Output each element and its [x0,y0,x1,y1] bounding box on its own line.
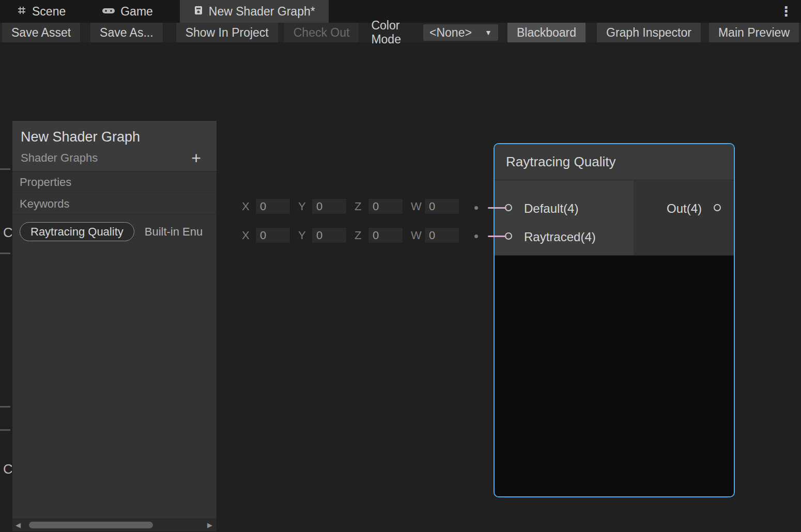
grid-icon [17,5,27,19]
offscreen-node-fragment [0,253,10,254]
edge-to-raytraced-port[interactable] [488,236,506,237]
vector-value-w-input[interactable] [424,227,459,243]
node-title-bar[interactable]: Raytracing Quality [495,144,734,180]
color-mode-value: <None> [429,26,472,40]
blackboard-horizontal-scrollbar[interactable]: ◀ ▶ [12,519,217,531]
tab-game-label: Game [120,5,153,19]
vector-field-x: X [242,198,290,214]
edge-kink-dot [474,206,478,210]
axis-label-w: W [411,229,424,242]
vector-value-z-input[interactable] [368,198,403,214]
blackboard-section-keywords[interactable]: Keywords [12,193,217,215]
vector-field-y: Y [298,227,347,243]
vector-value-y-input[interactable] [312,227,347,243]
blackboard-section-properties[interactable]: Properties [12,171,217,193]
output-port-out-icon[interactable] [714,204,721,211]
save-asset-button[interactable]: Save Asset [2,23,80,42]
save-as-button[interactable]: Save As... [90,23,163,42]
shader-graph-asset-icon [193,5,204,19]
offscreen-node-fragment [0,406,10,408]
axis-label-z: Z [355,229,368,242]
output-port-out-label: Out(4) [667,201,702,216]
color-mode-label: Color Mode [368,23,417,42]
tab-scene[interactable]: Scene [3,0,79,23]
gamepad-icon [102,5,115,19]
kebab-menu-icon[interactable]: ⋮ [771,0,801,23]
blackboard-header[interactable]: New Shader Graph Shader Graphs + [12,121,217,171]
tab-new-shader-graph-label: New Shader Graph* [209,5,315,19]
blackboard-body [12,248,217,519]
vector-value-z-input[interactable] [368,227,403,243]
offscreen-node-label: C [3,225,13,241]
vector4-input-row-default: X Y Z W [242,198,467,214]
color-mode-dropdown[interactable]: <None> ▼ [423,24,498,41]
node-title: Raytracing Quality [506,154,615,170]
blackboard-title: New Shader Graph [21,129,208,145]
keyword-field-row: Raytracing Quality Built-in Enu [12,215,217,248]
scroll-right-icon[interactable]: ▶ [207,521,212,529]
tab-new-shader-graph[interactable]: New Shader Graph* [180,0,329,23]
axis-label-x: X [242,200,255,213]
axis-label-x: X [242,229,255,242]
vector-value-y-input[interactable] [312,198,347,214]
blackboard-panel: New Shader Graph Shader Graphs + Propert… [12,120,217,532]
vector-value-x-input[interactable] [255,227,290,243]
edge-kink-dot [474,234,478,238]
offscreen-node-fragment [0,429,10,431]
axis-label-y: Y [298,200,312,213]
graph-toolbar: Save Asset Save As... Show In Project Ch… [0,23,801,42]
vector-field-w: W [411,198,459,214]
node-raytracing-quality[interactable]: Raytracing Quality Default(4) Raytraced(… [494,143,735,497]
tab-game[interactable]: Game [88,0,166,23]
node-preview-area [495,256,734,496]
edge-to-default-port[interactable] [488,207,506,209]
graph-inspector-toggle-button[interactable]: Graph Inspector [597,23,701,42]
vector-field-y: Y [298,198,347,214]
node-port-section: Default(4) Raytraced(4) Out(4) [495,180,734,256]
vector4-input-row-raytraced: X Y Z W [242,227,467,243]
axis-label-z: Z [355,200,368,213]
vector-field-w: W [411,227,459,243]
chevron-down-icon: ▼ [485,28,492,37]
vector-value-x-input[interactable] [255,198,290,214]
input-port-default-label: Default(4) [524,201,578,216]
blackboard-toggle-button[interactable]: Blackboard [507,23,586,42]
offscreen-node-fragment [0,168,10,170]
tab-scene-label: Scene [32,5,66,19]
main-preview-toggle-button[interactable]: Main Preview [709,23,799,42]
vector-field-z: Z [355,227,403,243]
scrollbar-thumb[interactable] [29,522,153,528]
check-out-button: Check Out [284,23,359,42]
add-property-button[interactable]: + [191,152,208,164]
show-in-project-button[interactable]: Show In Project [176,23,278,42]
offscreen-node-label: C [3,461,13,477]
keyword-type-label: Built-in Enu [145,225,209,239]
keyword-pill-raytracing-quality[interactable]: Raytracing Quality [20,222,134,241]
vector-field-x: X [242,227,290,243]
shader-graph-window: Scene Game New Shader Graph* ⋮ Save Asse… [0,0,801,532]
scroll-left-icon[interactable]: ◀ [16,521,21,529]
input-port-raytraced-label: Raytraced(4) [524,230,596,244]
vector-value-w-input[interactable] [424,198,459,214]
axis-label-y: Y [298,229,312,242]
axis-label-w: W [411,200,424,213]
blackboard-subtitle: Shader Graphs [21,151,98,165]
vector-field-z: Z [355,198,403,214]
